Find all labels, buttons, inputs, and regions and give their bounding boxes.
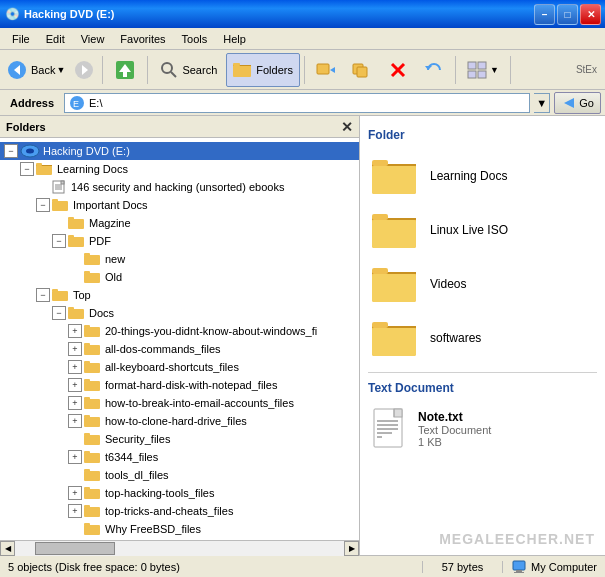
toolbar-sep-4 [455, 56, 456, 84]
tree-alldos[interactable]: + all-dos-commands_files [0, 340, 359, 358]
search-button[interactable]: Search [152, 53, 224, 87]
folders-label: Folders [256, 64, 293, 76]
tree-new[interactable]: new [0, 250, 359, 268]
tree-howtoclone[interactable]: + how-to-clone-hard-drive_files [0, 412, 359, 430]
menu-favorites[interactable]: Favorites [112, 31, 173, 47]
undo-button[interactable] [417, 53, 451, 87]
close-button[interactable]: ✕ [580, 4, 601, 25]
expand-t6344[interactable]: + [68, 450, 82, 464]
svg-rect-54 [84, 363, 100, 373]
menu-edit[interactable]: Edit [38, 31, 73, 47]
minimize-button[interactable]: – [534, 4, 555, 25]
tree-learning-docs[interactable]: − Learning Docs [0, 160, 359, 178]
tree-magzine-label: Magzine [89, 217, 131, 229]
tree-security[interactable]: Security_files [0, 430, 359, 448]
views-button[interactable]: ▼ [460, 53, 506, 87]
folders-tree[interactable]: − Hacking DVD (E:) − Learning Docs [0, 138, 359, 540]
delete-button[interactable] [381, 53, 415, 87]
expand-alldos[interactable]: + [68, 342, 82, 356]
tree-top[interactable]: − Top [0, 286, 359, 304]
expand-docs[interactable]: − [52, 306, 66, 320]
svg-rect-9 [233, 65, 251, 77]
right-folder-softwares[interactable]: softwares [368, 312, 597, 364]
tree-toptricks[interactable]: + top-tricks-and-cheats_files [0, 502, 359, 520]
menu-view[interactable]: View [73, 31, 113, 47]
horizontal-scrollbar[interactable]: ◀ ▶ [0, 540, 359, 555]
scroll-left-button[interactable]: ◀ [0, 541, 15, 556]
folder-icon-7 [52, 288, 70, 302]
back-button[interactable]: Back ▼ [4, 53, 68, 87]
folders-close-button[interactable]: ✕ [341, 120, 353, 134]
svg-rect-89 [372, 328, 416, 356]
tree-tophacking[interactable]: + top-hacking-tools_files [0, 484, 359, 502]
tree-drive[interactable]: − Hacking DVD (E:) [0, 142, 359, 160]
tree-old[interactable]: Old [0, 268, 359, 286]
tree-howtobreak[interactable]: + how-to-break-into-email-accounts_files [0, 394, 359, 412]
folder-icon-3 [68, 216, 86, 230]
tree-magzine[interactable]: Magzine [0, 214, 359, 232]
right-folder-videos[interactable]: Videos [368, 258, 597, 310]
status-left: 5 objects (Disk free space: 0 bytes) [0, 561, 423, 573]
tree-146-ebooks[interactable]: 146 security and hacking (unsorted) eboo… [0, 178, 359, 196]
copy-button[interactable] [345, 53, 379, 87]
back-icon [7, 59, 29, 81]
up-button[interactable] [107, 53, 143, 87]
tree-pdf[interactable]: − PDF [0, 232, 359, 250]
right-folder-learning[interactable]: Learning Docs [368, 150, 597, 202]
menu-file[interactable]: File [4, 31, 38, 47]
move-button[interactable] [309, 53, 343, 87]
tree-important-docs[interactable]: − Important Docs [0, 196, 359, 214]
big-folder-icon-3 [372, 264, 420, 304]
stex-label: StEx [576, 64, 597, 75]
expand-howtobreak[interactable]: + [68, 396, 82, 410]
right-folder-softwares-label: softwares [430, 331, 481, 345]
expand-format[interactable]: + [68, 378, 82, 392]
svg-rect-41 [68, 235, 74, 238]
menu-tools[interactable]: Tools [174, 31, 216, 47]
tree-whyfreebsd[interactable]: Why FreeBSD_files [0, 520, 359, 538]
svg-rect-21 [468, 71, 476, 78]
tree-security-label: Security_files [105, 433, 170, 445]
svg-rect-22 [478, 71, 486, 78]
big-folder-icon-4 [372, 318, 420, 358]
expand-tophacking[interactable]: + [68, 486, 82, 500]
right-folder-linuxiso[interactable]: Linux Live ISO [368, 204, 597, 256]
folders-button[interactable]: Folders [226, 53, 300, 87]
tree-docs[interactable]: − Docs [0, 304, 359, 322]
scrollbar-track[interactable] [15, 541, 344, 556]
address-input[interactable]: E E:\ [64, 93, 530, 113]
svg-rect-98 [513, 561, 525, 570]
menu-help[interactable]: Help [215, 31, 254, 47]
tree-t6344[interactable]: + t6344_files [0, 448, 359, 466]
expand-20things[interactable]: + [68, 324, 82, 338]
folder-icon-4 [68, 234, 86, 248]
tree-format[interactable]: + format-hard-disk-with-notepad_files [0, 376, 359, 394]
expand-drive[interactable]: − [4, 144, 18, 158]
svg-rect-81 [372, 220, 416, 248]
svg-rect-64 [84, 453, 100, 463]
tree-tophacking-label: top-hacking-tools_files [105, 487, 214, 499]
tree-20things[interactable]: + 20-things-you-didnt-know-about-windows… [0, 322, 359, 340]
expand-pdf[interactable]: − [52, 234, 66, 248]
expand-howtoclone[interactable]: + [68, 414, 82, 428]
svg-rect-38 [68, 219, 84, 229]
forward-button[interactable] [70, 53, 98, 87]
tree-toolsdl[interactable]: tools_dl_files [0, 466, 359, 484]
expand-toptricks[interactable]: + [68, 504, 82, 518]
svg-rect-11 [233, 63, 240, 66]
tree-keyboard[interactable]: + all-keyboard-shortcuts_files [0, 358, 359, 376]
expand-keyboard[interactable]: + [68, 360, 82, 374]
address-combo-arrow[interactable]: ▼ [534, 93, 550, 113]
forward-icon [73, 59, 95, 81]
expand-learning-docs[interactable]: − [20, 162, 34, 176]
expand-top[interactable]: − [36, 288, 50, 302]
address-value: E:\ [89, 97, 102, 109]
scroll-right-button[interactable]: ▶ [344, 541, 359, 556]
svg-rect-66 [84, 471, 100, 481]
svg-rect-91 [394, 409, 402, 417]
right-doc-note[interactable]: Note.txt Text Document 1 KB [368, 403, 597, 455]
scrollbar-thumb[interactable] [35, 542, 115, 555]
go-button[interactable]: Go [554, 92, 601, 114]
maximize-button[interactable]: □ [557, 4, 578, 25]
expand-important-docs[interactable]: − [36, 198, 50, 212]
